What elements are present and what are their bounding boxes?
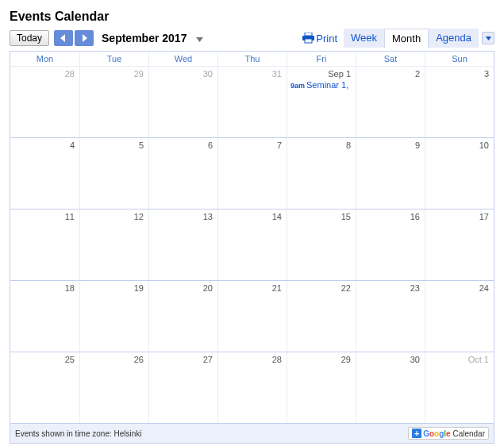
calendar-cell[interactable]: 16 (356, 210, 425, 280)
day-header: Fri (287, 52, 356, 66)
calendar-cell[interactable]: 11 (10, 210, 79, 280)
calendar-cell[interactable]: 20 (148, 281, 217, 352)
calendar-cell[interactable]: 18 (10, 281, 79, 352)
day-number: 2 (360, 68, 421, 79)
calendar: MonTueWedThuFriSatSun 28293031Sep 19amSe… (10, 51, 494, 444)
day-number: 8 (290, 140, 352, 150)
day-number: Sep 1 (290, 68, 352, 79)
calendar-cell[interactable]: 17 (425, 210, 494, 280)
calendar-cell[interactable]: 23 (356, 281, 425, 352)
day-number: 3 (429, 68, 491, 79)
calendar-cell[interactable]: 8 (287, 138, 356, 209)
calendar-cell[interactable]: Sep 19amSeminar 1, (287, 67, 356, 137)
day-header: Sat (356, 52, 425, 66)
calendar-cell[interactable]: 7 (217, 138, 287, 209)
calendar-cell[interactable]: 28 (217, 352, 287, 423)
calendar-cell[interactable]: 3 (425, 67, 494, 137)
day-number: 21 (221, 283, 283, 293)
day-number: 30 (360, 354, 421, 364)
print-button[interactable]: Print (302, 33, 337, 44)
calendar-cell[interactable]: 28 (10, 67, 79, 137)
calendar-week: 45678910 (10, 137, 494, 209)
day-number: 17 (429, 211, 491, 221)
day-headers: MonTueWedThuFriSatSun (10, 52, 494, 66)
day-header: Sun (425, 52, 494, 66)
plus-icon: + (412, 429, 421, 438)
calendar-cell[interactable]: 10 (425, 138, 494, 209)
calendar-cell[interactable]: 12 (79, 210, 148, 280)
day-number: 11 (13, 211, 76, 221)
google-calendar-badge[interactable]: + Google Calendar (408, 427, 489, 440)
day-number: 25 (13, 354, 76, 364)
calendar-cell[interactable]: 30 (356, 352, 425, 423)
calendar-cell[interactable]: 5 (79, 138, 148, 209)
day-number: 26 (83, 354, 145, 364)
day-number: 12 (83, 211, 145, 221)
calendar-event[interactable]: 9amSeminar 1, (290, 80, 352, 90)
tab-agenda[interactable]: Agenda (429, 29, 479, 48)
day-number: 23 (360, 283, 421, 293)
calendar-cell[interactable]: 30 (148, 67, 217, 137)
calendar-week: 28293031Sep 19amSeminar 1,23 (10, 66, 494, 137)
day-number: 16 (360, 211, 421, 221)
tab-week[interactable]: Week (344, 29, 384, 48)
day-number: 20 (152, 283, 214, 293)
calendar-cell[interactable]: 14 (217, 210, 287, 280)
day-number: 19 (83, 283, 145, 293)
chevron-left-icon (60, 34, 67, 42)
day-number: 9 (360, 140, 421, 150)
day-number: 30 (152, 68, 214, 79)
calendar-cell[interactable]: 29 (79, 67, 148, 137)
next-button[interactable] (75, 30, 94, 46)
calendar-cell[interactable]: 31 (217, 67, 287, 137)
period-dropdown[interactable] (196, 33, 203, 44)
today-button[interactable]: Today (10, 30, 49, 46)
calendar-cell[interactable]: 21 (217, 281, 287, 352)
day-header: Thu (217, 52, 287, 66)
calendar-cell[interactable]: 4 (10, 138, 79, 209)
nav-buttons (54, 30, 94, 46)
day-number: 15 (290, 211, 352, 221)
day-number: Oct 1 (429, 354, 491, 364)
calendar-cell[interactable]: 22 (287, 281, 356, 352)
day-number: 4 (13, 140, 76, 150)
print-icon (302, 33, 314, 44)
calendar-cell[interactable]: 6 (148, 138, 217, 209)
calendar-cell[interactable]: 15 (287, 210, 356, 280)
calendar-cell[interactable]: 27 (148, 352, 217, 423)
day-header: Tue (79, 52, 148, 66)
calendar-cell[interactable]: 24 (425, 281, 494, 352)
period-label: September 2017 (102, 32, 187, 44)
tab-month[interactable]: Month (384, 29, 429, 48)
day-number: 28 (221, 354, 283, 364)
calendar-footer: Events shown in time zone: Helsinki + Go… (10, 423, 494, 443)
day-header: Wed (148, 52, 217, 66)
calendar-cell[interactable]: 13 (148, 210, 217, 280)
calendar-cell[interactable]: Oct 1 (425, 352, 494, 423)
day-number: 22 (290, 283, 352, 293)
calendar-cell[interactable]: 29 (287, 352, 356, 423)
prev-button[interactable] (54, 30, 73, 46)
day-number: 28 (13, 68, 76, 79)
timezone-text: Events shown in time zone: Helsinki (15, 429, 142, 438)
chevron-right-icon (81, 34, 87, 42)
day-number: 29 (83, 68, 145, 79)
day-number: 7 (221, 140, 283, 150)
calendar-cell[interactable]: 9 (356, 138, 425, 209)
calendar-week: 18192021222324 (10, 280, 494, 352)
caret-down-icon (486, 37, 491, 40)
caret-down-icon (196, 37, 203, 42)
toolbar: Today September 2017 Print Week Month Ag… (10, 29, 494, 48)
google-calendar-label: Google Calendar (423, 429, 485, 438)
calendar-cell[interactable]: 26 (79, 352, 148, 423)
calendar-cell[interactable]: 2 (356, 67, 425, 137)
view-dropdown[interactable] (482, 32, 494, 44)
day-number: 27 (152, 354, 214, 364)
day-number: 24 (429, 283, 491, 293)
day-number: 18 (13, 283, 76, 293)
calendar-cell[interactable]: 19 (79, 281, 148, 352)
calendar-cell[interactable]: 25 (10, 352, 79, 423)
calendar-grid: 28293031Sep 19amSeminar 1,23456789101112… (10, 66, 494, 423)
day-number: 14 (221, 211, 283, 221)
event-time: 9am (290, 82, 305, 90)
